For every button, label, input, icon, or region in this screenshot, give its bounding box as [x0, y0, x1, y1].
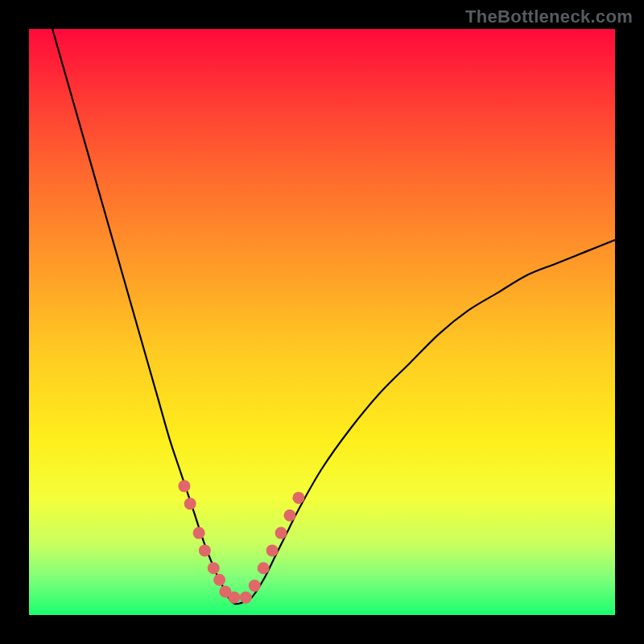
plot-area	[29, 29, 615, 615]
chart-frame: TheBottleneck.com	[0, 0, 644, 644]
watermark-text: TheBottleneck.com	[465, 6, 633, 27]
